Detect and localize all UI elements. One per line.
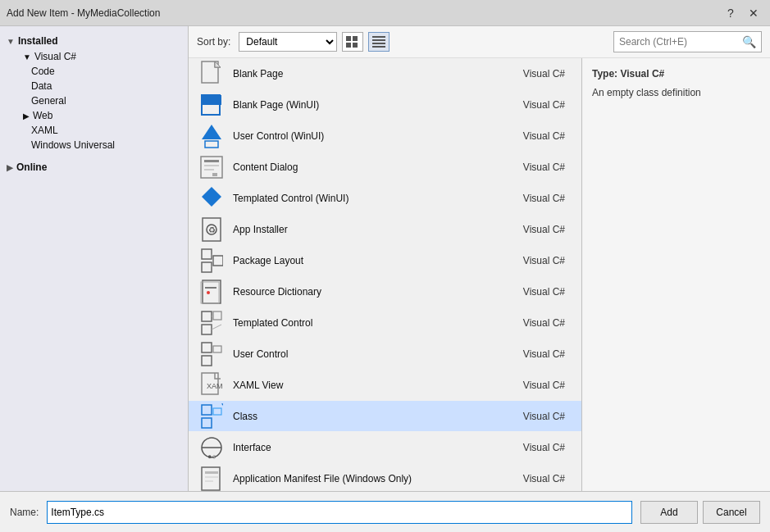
list-item[interactable]: User Control (WinUI)Visual C# bbox=[189, 120, 581, 152]
right-panel-description: An empty class definition bbox=[592, 86, 760, 100]
item-type: Visual C# bbox=[523, 255, 565, 266]
svg-marker-13 bbox=[202, 125, 221, 139]
item-icon-user-control bbox=[198, 341, 225, 367]
svg-rect-17 bbox=[204, 165, 219, 166]
sidebar-item-xaml[interactable]: XAML bbox=[0, 123, 188, 138]
list-item[interactable]: Resource DictionaryVisual C# bbox=[189, 276, 581, 307]
grid-view-button[interactable] bbox=[342, 32, 363, 52]
search-box[interactable]: 🔍 bbox=[613, 31, 762, 52]
sort-group: Sort by: Default bbox=[197, 32, 390, 52]
item-name: Blank Page (WinUI) bbox=[233, 99, 523, 111]
svg-rect-2 bbox=[346, 43, 351, 48]
svg-rect-50 bbox=[202, 467, 220, 490]
svg-rect-52 bbox=[205, 476, 218, 478]
add-button[interactable]: Add bbox=[640, 501, 698, 524]
sort-label: Sort by: bbox=[197, 36, 230, 48]
sidebar-visual-csharp[interactable]: ▼ Visual C# bbox=[0, 49, 188, 64]
search-input[interactable] bbox=[619, 36, 742, 48]
svg-rect-4 bbox=[372, 36, 385, 38]
list-item[interactable]: ♻App InstallerVisual C# bbox=[189, 214, 581, 245]
items-list: Blank PageVisual C#Blank Page (WinUI)Vis… bbox=[189, 58, 581, 491]
item-icon-resource-dict bbox=[198, 279, 225, 305]
list-item[interactable]: Blank Page (WinUI)Visual C# bbox=[189, 89, 581, 120]
sidebar-online-section[interactable]: ▶ Online bbox=[0, 159, 188, 175]
dialog-content: ▼ Installed ▼ Visual C# Code Data Genera… bbox=[0, 26, 770, 491]
item-name: Templated Control (WinUI) bbox=[233, 193, 523, 204]
svg-text:●○: ●○ bbox=[207, 452, 216, 461]
item-name: XAML View bbox=[233, 380, 523, 391]
list-item[interactable]: ●○InterfaceVisual C# bbox=[189, 432, 581, 463]
item-icon-templated-ctrl bbox=[198, 310, 225, 336]
list-view-button[interactable] bbox=[368, 32, 390, 52]
sidebar: ▼ Installed ▼ Visual C# Code Data Genera… bbox=[0, 26, 189, 491]
item-name: Blank Page bbox=[233, 68, 523, 80]
list-item[interactable]: Templated ControlVisual C# bbox=[189, 307, 581, 339]
list-item[interactable]: Application Manifest File (Windows Only)… bbox=[189, 463, 581, 491]
cancel-button[interactable]: Cancel bbox=[703, 501, 760, 524]
list-item[interactable]: XAMLXAML ViewVisual C# bbox=[189, 370, 581, 401]
item-type: Visual C# bbox=[523, 161, 565, 173]
close-button[interactable]: ✕ bbox=[744, 5, 763, 21]
item-type: Visual C# bbox=[523, 193, 565, 204]
search-icon[interactable]: 🔍 bbox=[742, 35, 756, 48]
svg-rect-14 bbox=[205, 141, 218, 148]
item-type: Visual C# bbox=[523, 380, 565, 391]
help-button[interactable]: ? bbox=[721, 5, 740, 21]
item-icon-class: C# bbox=[198, 403, 225, 430]
svg-rect-33 bbox=[202, 311, 212, 321]
item-type: Visual C# bbox=[523, 99, 565, 111]
svg-rect-18 bbox=[204, 169, 214, 171]
item-name: Class bbox=[233, 411, 523, 422]
item-type: Visual C# bbox=[523, 411, 565, 422]
sidebar-item-code[interactable]: Code bbox=[0, 64, 188, 79]
sidebar-item-web[interactable]: ▶ Web bbox=[0, 108, 188, 123]
item-type: Visual C# bbox=[523, 224, 565, 235]
right-panel: Type: Visual C# An empty class definitio… bbox=[581, 58, 770, 491]
list-item[interactable]: Templated Control (WinUI)Visual C# bbox=[189, 183, 581, 214]
list-item[interactable]: C#ClassVisual C# bbox=[189, 401, 581, 432]
sort-select[interactable]: Default bbox=[239, 32, 337, 52]
svg-point-32 bbox=[207, 291, 210, 294]
type-value: Visual C# bbox=[620, 68, 664, 80]
svg-rect-0 bbox=[346, 36, 351, 41]
right-panel-type: Type: Visual C# bbox=[592, 68, 760, 80]
action-buttons: Add Cancel bbox=[640, 501, 760, 524]
list-item[interactable]: Content DialogVisual C# bbox=[189, 152, 581, 183]
svg-rect-39 bbox=[202, 356, 212, 366]
sidebar-item-data[interactable]: Data bbox=[0, 79, 188, 93]
item-name: Application Manifest File (Windows Only) bbox=[233, 473, 523, 484]
list-item[interactable]: User ControlVisual C# bbox=[189, 339, 581, 370]
item-icon-manifest bbox=[198, 466, 225, 492]
item-type: Visual C# bbox=[523, 130, 565, 142]
sidebar-installed-section[interactable]: ▼ Installed bbox=[0, 33, 188, 49]
svg-rect-40 bbox=[213, 346, 221, 352]
list-item[interactable]: Package LayoutVisual C# bbox=[189, 245, 581, 276]
svg-text:C#: C# bbox=[221, 403, 223, 407]
bottom-bar: Name: Add Cancel bbox=[0, 491, 770, 532]
dialog-row: Blank PageVisual C#Blank Page (WinUI)Vis… bbox=[189, 58, 770, 491]
sidebar-item-windows-universal[interactable]: Windows Universal bbox=[0, 138, 188, 152]
svg-rect-44 bbox=[202, 418, 212, 428]
item-name: Resource Dictionary bbox=[233, 286, 523, 298]
svg-rect-6 bbox=[372, 43, 385, 44]
svg-rect-25 bbox=[202, 262, 212, 272]
svg-line-37 bbox=[212, 325, 221, 330]
item-name: Package Layout bbox=[233, 255, 523, 266]
svg-rect-19 bbox=[212, 173, 217, 176]
name-label: Name: bbox=[10, 507, 39, 518]
item-icon-app-installer: ♻ bbox=[198, 216, 225, 243]
item-name: Templated Control bbox=[233, 317, 523, 329]
item-name: User Control (WinUI) bbox=[233, 130, 523, 142]
svg-rect-45 bbox=[213, 408, 221, 415]
svg-rect-3 bbox=[353, 43, 358, 48]
item-icon-winui-page bbox=[198, 92, 225, 118]
svg-rect-38 bbox=[202, 343, 212, 352]
name-input[interactable] bbox=[47, 501, 632, 524]
svg-rect-51 bbox=[205, 471, 218, 474]
svg-rect-24 bbox=[202, 249, 212, 259]
item-name: App Installer bbox=[233, 224, 523, 235]
sidebar-item-general[interactable]: General bbox=[0, 93, 188, 108]
svg-text:XAML: XAML bbox=[207, 382, 223, 390]
svg-rect-29 bbox=[203, 280, 221, 303]
list-item[interactable]: Blank PageVisual C# bbox=[189, 58, 581, 89]
